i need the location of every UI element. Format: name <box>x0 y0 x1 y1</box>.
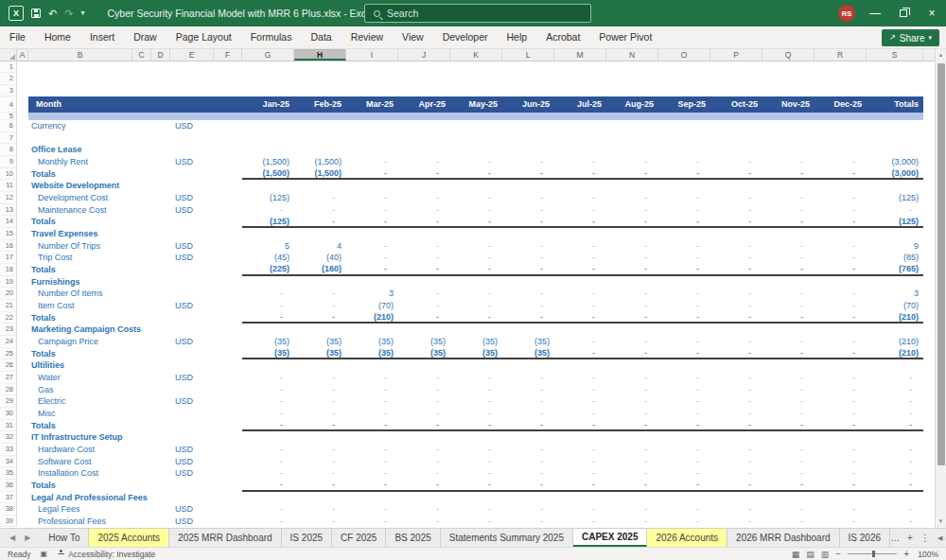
next-sheet-icon[interactable]: ▶ <box>25 534 30 542</box>
row-number[interactable]: 16 <box>0 240 17 253</box>
cell[interactable]: - <box>450 167 502 179</box>
cell[interactable] <box>17 61 28 73</box>
cell[interactable] <box>214 480 242 492</box>
sheet-tab-2025-accounts[interactable]: 2025 Accounts <box>89 529 169 547</box>
cell[interactable]: - <box>815 456 867 468</box>
cell[interactable] <box>214 336 242 348</box>
cell[interactable]: - <box>554 419 606 430</box>
unit-cell[interactable]: USD <box>170 395 214 408</box>
cell[interactable]: - <box>710 192 762 204</box>
row-label-development-cost[interactable]: Development Cost <box>28 192 170 204</box>
ribbon-tab-formulas[interactable]: Formulas <box>241 26 302 48</box>
unit-cell[interactable]: USD <box>170 192 214 204</box>
cell[interactable]: - <box>242 384 294 396</box>
month-cell[interactable]: May-25 <box>450 96 502 113</box>
cell[interactable]: - <box>762 408 815 420</box>
cell[interactable]: - <box>502 372 554 384</box>
row-number[interactable]: 39 <box>0 516 17 528</box>
cell[interactable]: (35) <box>398 336 450 348</box>
cell[interactable]: (225) <box>242 263 294 274</box>
cell[interactable] <box>17 192 28 204</box>
cell[interactable]: - <box>398 456 450 468</box>
row-number[interactable]: 36 <box>0 480 17 492</box>
cell[interactable]: - <box>658 372 710 384</box>
month-cell[interactable]: Mar-25 <box>346 96 398 113</box>
accessibility-status[interactable]: Accessibility: Investigate <box>57 550 155 559</box>
cell[interactable]: - <box>242 479 294 490</box>
row-label-number-of-trips[interactable]: Number Of Trips <box>28 240 170 253</box>
zoom-slider[interactable] <box>848 553 897 554</box>
restore-button[interactable] <box>889 0 918 26</box>
cell[interactable]: (35) <box>502 336 554 348</box>
cell[interactable]: - <box>815 384 867 396</box>
cell[interactable]: - <box>867 395 923 408</box>
unit-cell[interactable] <box>170 480 214 492</box>
cell[interactable]: - <box>710 503 762 516</box>
cell[interactable]: - <box>242 419 294 430</box>
row-number[interactable]: 31 <box>0 420 17 432</box>
scroll-down-icon[interactable]: ▼ <box>936 516 946 528</box>
more-sheets-icon[interactable]: … <box>890 534 900 543</box>
cell[interactable] <box>17 312 28 324</box>
select-all-corner[interactable] <box>0 49 17 61</box>
column-header-a[interactable]: A <box>17 49 28 61</box>
cell[interactable]: - <box>710 167 762 179</box>
cell[interactable]: (85) <box>867 252 923 264</box>
cell[interactable] <box>450 120 502 132</box>
section-label-marketing-campaign-costs[interactable]: Marketing Campaign Costs <box>28 324 170 336</box>
excel-app-icon[interactable]: X <box>9 6 24 21</box>
month-cell[interactable]: Sep-25 <box>658 96 710 113</box>
cell[interactable]: - <box>762 216 815 227</box>
cell[interactable] <box>17 372 28 384</box>
column-header-d[interactable]: D <box>151 49 170 61</box>
cell[interactable]: - <box>450 444 502 456</box>
cell[interactable]: - <box>398 395 450 408</box>
row-label-legal-fees[interactable]: Legal Fees <box>28 503 170 516</box>
cell[interactable]: - <box>710 204 762 217</box>
cell[interactable]: - <box>398 263 450 274</box>
cell[interactable]: - <box>502 503 554 516</box>
row-number[interactable]: 17 <box>0 252 17 264</box>
cell[interactable]: - <box>815 300 867 312</box>
cell[interactable]: - <box>762 252 815 264</box>
cell[interactable] <box>214 288 242 300</box>
cell[interactable]: - <box>242 444 294 456</box>
row-number[interactable]: 11 <box>0 180 17 192</box>
cell[interactable]: - <box>710 156 762 168</box>
search-input[interactable]: Search <box>364 4 591 23</box>
cell[interactable]: 9 <box>867 240 923 253</box>
cell[interactable]: - <box>450 288 502 300</box>
cell[interactable]: - <box>450 192 502 204</box>
cell[interactable]: - <box>815 311 867 323</box>
cell[interactable]: - <box>242 516 294 528</box>
cell[interactable]: - <box>398 240 450 253</box>
section-label-ultilities[interactable]: Ultilities <box>28 359 170 372</box>
cell[interactable]: (3,000) <box>867 167 923 179</box>
cell[interactable] <box>710 120 762 132</box>
cell[interactable]: - <box>658 444 710 456</box>
cell[interactable]: - <box>658 156 710 168</box>
cell[interactable]: - <box>294 479 346 490</box>
unit-cell[interactable]: USD <box>170 372 214 384</box>
cell[interactable]: - <box>502 288 554 300</box>
cell[interactable]: (1,500) <box>242 167 294 179</box>
row-label-professional-fees[interactable]: Professional Fees <box>28 516 170 528</box>
ribbon-tab-page-layout[interactable]: Page Layout <box>166 26 241 48</box>
cell[interactable]: - <box>606 408 658 420</box>
cell[interactable]: - <box>554 503 606 516</box>
row-label-totals[interactable]: Totals <box>28 348 170 360</box>
cell[interactable]: - <box>658 192 710 204</box>
cell[interactable] <box>17 204 28 217</box>
unit-cell[interactable] <box>170 312 214 324</box>
cell[interactable]: - <box>294 456 346 468</box>
column-header-c[interactable]: C <box>132 49 151 61</box>
ribbon-tab-help[interactable]: Help <box>498 26 537 48</box>
cell[interactable]: - <box>554 263 606 274</box>
cell[interactable]: - <box>658 240 710 253</box>
row-label-totals[interactable]: Totals <box>28 312 170 324</box>
cell[interactable]: - <box>606 300 658 312</box>
cell[interactable]: 4 <box>294 240 346 253</box>
cell[interactable]: - <box>398 252 450 264</box>
cell[interactable] <box>17 324 28 336</box>
sheet-tab-bs-2025[interactable]: BS 2025 <box>386 529 440 547</box>
